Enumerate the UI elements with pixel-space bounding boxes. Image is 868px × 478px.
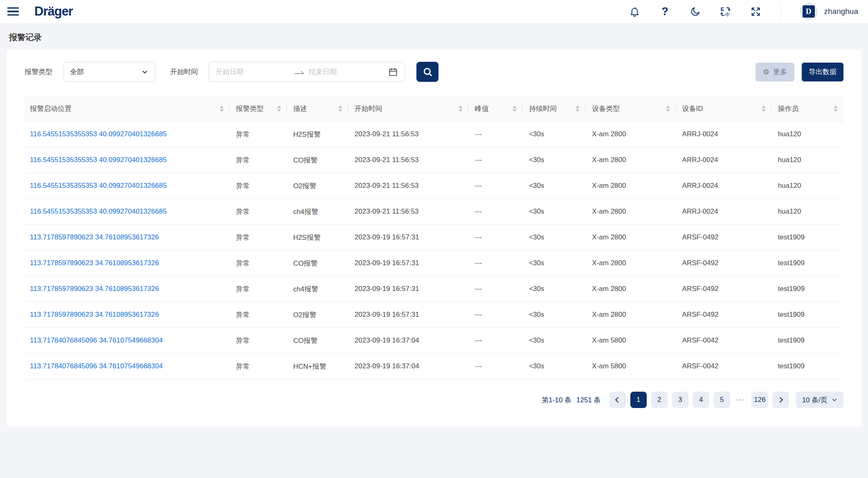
cell-type: 异常 <box>229 199 287 225</box>
column-header-7[interactable]: 设备ID <box>676 96 771 122</box>
column-header-4[interactable]: 峰值 <box>468 96 522 122</box>
cell-duration: <30s <box>522 147 585 173</box>
column-header-8[interactable]: 操作员 <box>771 96 843 122</box>
start-date-input[interactable]: 开始日期 <box>216 67 290 77</box>
cell-start: 2023-09-19 16:57:31 <box>348 276 468 302</box>
cell-location: 113.7178597890623 34.76108953617326 <box>25 225 229 250</box>
cell-start: 2023-09-21 11:56:53 <box>348 147 468 173</box>
translate-icon[interactable]: E 中 <box>720 6 731 17</box>
more-label: 更多 <box>773 67 787 77</box>
page-size-value: 10 条/页 <box>802 395 828 405</box>
cell-peak: --- <box>468 147 522 173</box>
cell-device_id: ARRJ-0024 <box>676 199 771 225</box>
location-link[interactable]: 113.7178597890623 34.76108953617326 <box>30 285 159 293</box>
pagination-count: 1251 条 <box>576 395 601 405</box>
table-row: 116.54551535355353 40.099270401326685异常O… <box>25 173 843 199</box>
column-label: 设备ID <box>682 104 703 113</box>
moon-icon[interactable] <box>690 6 701 17</box>
cell-type: 异常 <box>229 147 287 173</box>
cell-device_id: ARSF-0492 <box>676 225 771 250</box>
page-button-3[interactable]: 3 <box>672 392 688 408</box>
next-page-button[interactable] <box>773 392 789 408</box>
location-link[interactable]: 113.71784076845096 34.76107549668304 <box>30 336 163 344</box>
help-icon[interactable]: ? <box>659 6 671 17</box>
sort-icon[interactable] <box>459 106 463 112</box>
sort-icon[interactable] <box>762 106 766 112</box>
cell-duration: <30s <box>522 122 585 147</box>
column-label: 峰值 <box>475 104 489 113</box>
page-button-5[interactable]: 5 <box>714 392 730 408</box>
cell-desc: O2报警 <box>287 173 348 199</box>
page-button-4[interactable]: 4 <box>693 392 709 408</box>
cell-peak: --- <box>468 173 522 199</box>
page-button-2[interactable]: 2 <box>651 392 668 408</box>
cell-location: 116.54551535355353 40.099270401326685 <box>25 147 229 173</box>
column-header-2[interactable]: 描述 <box>287 96 348 122</box>
location-link[interactable]: 116.54551535355353 40.099270401326685 <box>30 207 166 215</box>
svg-text:E: E <box>721 6 724 12</box>
column-header-3[interactable]: 开始时间 <box>348 96 468 122</box>
column-label: 报警启动位置 <box>30 104 72 113</box>
cell-location: 116.54551535355353 40.099270401326685 <box>25 122 229 147</box>
sort-icon[interactable] <box>277 106 281 112</box>
cell-device_id: ARRJ-0024 <box>676 173 771 199</box>
sort-icon[interactable] <box>834 106 838 112</box>
column-header-1[interactable]: 报警类型 <box>229 96 287 122</box>
more-button[interactable]: ⚙ 更多 <box>756 63 794 81</box>
cell-device_type: X-am 2800 <box>585 276 675 302</box>
page-number-buttons: 12345•••126 <box>630 392 768 408</box>
location-link[interactable]: 116.54551535355353 40.099270401326685 <box>30 182 166 189</box>
chevron-down-icon <box>141 68 148 76</box>
sort-icon[interactable] <box>513 106 517 112</box>
location-link[interactable]: 113.7178597890623 34.76108953617326 <box>30 311 159 318</box>
end-date-input[interactable]: 结束日期 <box>309 67 383 77</box>
page-size-select[interactable]: 10 条/页 <box>796 392 843 408</box>
cell-desc: ch4报警 <box>287 199 348 225</box>
avatar-brand-mark: D <box>803 5 815 18</box>
cell-start: 2023-09-19 16:57:31 <box>348 302 468 328</box>
cell-start: 2023-09-19 16:57:31 <box>348 250 468 276</box>
column-header-5[interactable]: 持续时间 <box>522 96 585 122</box>
location-link[interactable]: 113.7178597890623 34.76108953617326 <box>30 259 159 267</box>
export-data-button[interactable]: 导出数据 <box>802 63 843 81</box>
alarm-type-select[interactable]: 全部 <box>63 62 155 82</box>
column-header-0[interactable]: 报警启动位置 <box>25 96 229 122</box>
table-row: 116.54551535355353 40.099270401326685异常H… <box>25 122 843 147</box>
prev-page-button[interactable] <box>609 392 626 408</box>
cell-duration: <30s <box>522 225 585 250</box>
page-button-1[interactable]: 1 <box>630 392 647 408</box>
table-row: 116.54551535355353 40.099270401326685异常C… <box>25 147 843 173</box>
chevron-down-icon <box>832 397 837 403</box>
cell-location: 113.7178597890623 34.76108953617326 <box>25 276 229 302</box>
cell-peak: --- <box>468 250 522 276</box>
cell-location: 113.71784076845096 34.76107549668304 <box>25 354 229 379</box>
cell-type: 异常 <box>229 354 287 379</box>
column-label: 持续时间 <box>529 104 557 113</box>
menu-icon[interactable] <box>7 7 19 16</box>
location-link[interactable]: 116.54551535355353 40.099270401326685 <box>30 130 166 138</box>
location-link[interactable]: 116.54551535355353 40.099270401326685 <box>30 156 166 164</box>
column-header-6[interactable]: 设备类型 <box>585 96 675 122</box>
cell-start: 2023-09-21 11:56:53 <box>348 199 468 225</box>
cell-start: 2023-09-19 16:37:04 <box>348 354 468 379</box>
fullscreen-icon[interactable] <box>750 6 762 17</box>
bell-icon[interactable] <box>629 6 641 17</box>
sort-icon[interactable] <box>666 106 670 112</box>
cell-location: 113.7178597890623 34.76108953617326 <box>25 302 229 328</box>
cell-peak: --- <box>468 328 522 354</box>
cell-peak: --- <box>468 302 522 328</box>
pagination-ellipsis[interactable]: ••• <box>735 397 747 403</box>
sort-icon[interactable] <box>220 106 224 112</box>
sort-icon[interactable] <box>338 106 342 112</box>
search-button[interactable] <box>416 62 438 82</box>
cell-type: 异常 <box>229 302 287 328</box>
page-button-126[interactable]: 126 <box>751 392 768 408</box>
location-link[interactable]: 113.71784076845096 34.76107549668304 <box>30 362 163 370</box>
location-link[interactable]: 113.7178597890623 34.76108953617326 <box>30 233 159 241</box>
date-range-picker[interactable]: 开始日期 结束日期 <box>209 62 405 82</box>
user-menu[interactable]: D zhanghua <box>800 2 858 20</box>
start-time-label: 开始时间 <box>170 67 198 77</box>
sort-icon[interactable] <box>576 106 580 112</box>
cell-operator: test1909 <box>771 250 843 276</box>
range-arrow-icon <box>294 69 305 75</box>
